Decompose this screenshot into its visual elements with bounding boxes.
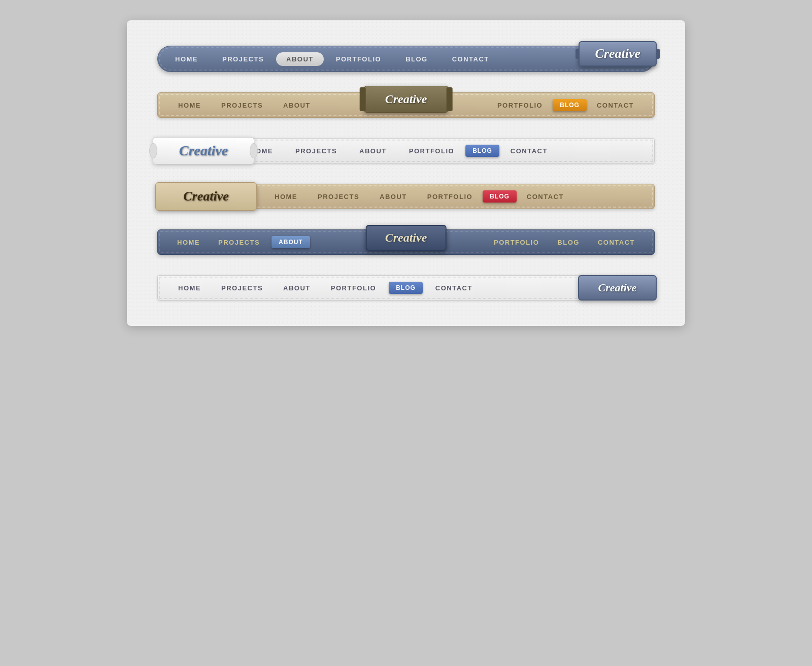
nav4-portfolio[interactable]: PORTFOLIO [417,193,483,201]
nav6-home[interactable]: HOME [168,284,211,292]
nav2-contact[interactable]: CONTACT [587,102,644,109]
nav4-projects[interactable]: PROJECTS [308,193,369,201]
nav2-creative-label: Creative [385,92,427,106]
nav6-links: HOME PROJECTS ABOUT PORTFOLIO BLOG CONTA… [168,282,644,294]
nav1-contact[interactable]: CONTACT [440,55,501,63]
nav1-portfolio[interactable]: PORTFOLIO [324,55,393,63]
nav3-about[interactable]: ABOUT [348,147,398,155]
nav5-home[interactable]: HOME [168,239,209,246]
nav2-creative-badge: Creative [364,86,448,113]
nav4-links: HOME PROJECTS ABOUT PORTFOLIO BLOG CONTA… [264,190,644,203]
nav2-portfolio[interactable]: PORTFOLIO [487,102,553,109]
nav4-home[interactable]: HOME [264,193,308,201]
nav3-blog[interactable]: BLOG [465,145,499,157]
navbar-2: HOME PROJECTS ABOUT PORTFOLIO BLOG CONTA… [157,92,655,118]
nav1-projects[interactable]: PROJECTS [210,55,276,63]
nav3-projects[interactable]: PROJECTS [284,147,348,155]
nav3-contact[interactable]: CONTACT [499,147,559,155]
nav6-contact[interactable]: CONTACT [425,284,483,292]
nav5-contact[interactable]: CONTACT [589,239,644,246]
nav1-about[interactable]: ABOUT [276,52,324,66]
nav3-links: HOME PROJECTS ABOUT PORTFOLIO BLOG CONTA… [239,145,644,157]
nav2-home[interactable]: HOME [168,102,211,109]
nav5-portfolio[interactable]: PORTFOLIO [485,239,548,246]
nav5-projects[interactable]: PROJECTS [209,239,269,246]
navbar-1: HOME PROJECTS ABOUT PORTFOLIO BLOG CONTA… [157,46,655,72]
navbar-3: Creative HOME PROJECTS ABOUT PORTFOLIO B… [157,138,655,163]
nav6-creative-badge: Creative [578,275,657,301]
nav4-contact[interactable]: CONTACT [517,193,574,201]
nav1-creative-badge: Creative [579,41,657,66]
nav4-blog[interactable]: BLOG [483,190,517,203]
nav1-creative-label: Creative [595,46,640,61]
nav4-about[interactable]: ABOUT [369,193,417,201]
nav1-blog[interactable]: BLOG [393,55,440,63]
nav6-creative-label: Creative [598,281,637,294]
nav2-projects[interactable]: PROJECTS [211,102,273,109]
nav6-portfolio[interactable]: PORTFOLIO [321,284,386,292]
nav6-projects[interactable]: PROJECTS [211,284,273,292]
nav6-about[interactable]: ABOUT [273,284,321,292]
nav6-blog[interactable]: BLOG [389,282,423,294]
main-container: HOME PROJECTS ABOUT PORTFOLIO BLOG CONTA… [127,20,685,326]
nav3-portfolio[interactable]: PORTFOLIO [398,147,465,155]
navbar-4: Creative HOME PROJECTS ABOUT PORTFOLIO B… [157,184,655,209]
nav2-about[interactable]: ABOUT [273,102,321,109]
nav5-about[interactable]: ABOUT [272,236,310,248]
navbar-6: HOME PROJECTS ABOUT PORTFOLIO BLOG CONTA… [157,275,655,301]
nav5-blog[interactable]: BLOG [548,239,589,246]
navbar-5: HOME PROJECTS ABOUT PORTFOLIO BLOG CONTA… [157,229,655,255]
nav3-creative-label: Creative [179,143,228,158]
nav1-home[interactable]: HOME [163,55,210,63]
nav2-blog[interactable]: BLOG [553,99,587,111]
nav5-creative-label: Creative [385,231,427,244]
nav4-creative-badge: Creative [155,182,257,211]
nav5-creative-badge: Creative [366,225,447,251]
nav4-creative-label: Creative [183,189,229,204]
nav3-creative-badge: Creative [153,137,254,164]
